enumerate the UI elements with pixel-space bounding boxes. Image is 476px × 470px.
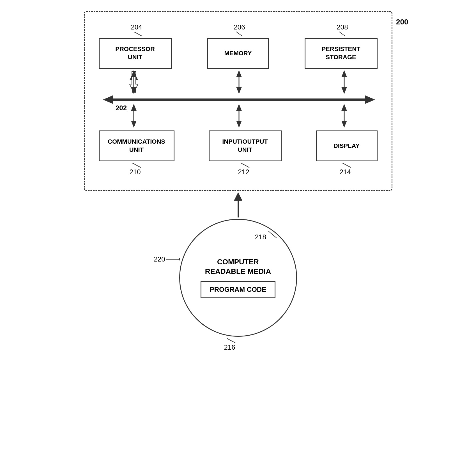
- connector-section: [227, 191, 249, 219]
- persistent-storage-label: PERSISTENT STORAGE: [321, 45, 360, 61]
- svg-line-25: [342, 163, 351, 168]
- top-row: 204 PROCESSOR UNIT 206 M: [99, 23, 378, 69]
- communications-unit-label: COMMUNICATIONS UNIT: [108, 138, 165, 154]
- leader-204: [131, 31, 148, 37]
- persistent-storage-box: PERSISTENT STORAGE: [305, 38, 378, 69]
- svg-marker-27: [234, 192, 242, 201]
- program-code-label: PROGRAM CODE: [210, 286, 266, 293]
- persistent-wrapper: 208 PERSISTENT STORAGE: [305, 23, 378, 69]
- display-dbl-arrow: [341, 104, 347, 128]
- label-216: 216: [224, 343, 235, 351]
- label-202-text: 202: [116, 104, 127, 112]
- leader-210: [130, 162, 146, 168]
- processor-unit-box: PROCESSOR UNIT: [99, 38, 172, 69]
- leader-216: [224, 338, 241, 343]
- label-216-container: 216: [224, 338, 297, 351]
- svg-line-31: [227, 338, 235, 343]
- computer-readable-media-label: COMPUTER READABLE MEDIA: [205, 257, 271, 276]
- diagram-container: 200 204 PROCESSOR UNIT 206: [22, 11, 454, 459]
- label-220-container: 220: [154, 255, 180, 263]
- label-200: 200: [396, 18, 408, 26]
- label-212: 212: [238, 168, 249, 176]
- program-code-box: PROGRAM CODE: [201, 281, 275, 298]
- connector-arrow-svg: [227, 191, 249, 219]
- io-unit-box: INPUT/OUTPUT UNIT: [209, 130, 282, 161]
- bus-arrow-left: [103, 95, 113, 104]
- comm-wrapper: COMMUNICATIONS UNIT 210: [99, 130, 174, 176]
- svg-marker-16: [131, 121, 137, 128]
- label-206: 206: [234, 23, 245, 31]
- svg-marker-10: [341, 70, 347, 77]
- label-204: 204: [131, 23, 142, 31]
- svg-line-0: [134, 32, 142, 36]
- svg-marker-11: [341, 87, 347, 94]
- svg-marker-29: [179, 258, 180, 261]
- io-unit-label: INPUT/OUTPUT UNIT: [222, 138, 268, 154]
- leader-218: [268, 231, 282, 239]
- circle-outer: 218 COMPUTER READABLE MEDIA PROGRAM CODE: [179, 219, 297, 337]
- leader-220: [166, 256, 180, 262]
- leader-212: [238, 162, 255, 168]
- label-218: 218: [255, 231, 282, 241]
- bottom-row: COMMUNICATIONS UNIT 210 INPUT/OUTPUT UNI…: [99, 130, 378, 176]
- processor-wrapper: 204 PROCESSOR UNIT: [99, 23, 172, 69]
- persistent-dbl-arrow: [341, 70, 347, 94]
- svg-marker-7: [236, 70, 242, 77]
- label-210: 210: [130, 168, 141, 176]
- comm-dbl-arrow: [131, 104, 137, 128]
- svg-line-24: [241, 163, 249, 168]
- label-208: 208: [337, 23, 348, 31]
- communications-unit-box: COMMUNICATIONS UNIT: [99, 130, 174, 161]
- bus-arrow-right: [365, 95, 375, 104]
- svg-marker-18: [236, 104, 242, 111]
- memory-wrapper: 206 MEMORY: [207, 23, 269, 69]
- svg-marker-19: [236, 121, 242, 128]
- processor-unit-label: PROCESSOR UNIT: [115, 45, 155, 61]
- svg-line-1: [236, 32, 242, 36]
- label-220: 220: [154, 255, 165, 263]
- label-214: 214: [340, 168, 351, 176]
- io-dbl-arrow: [236, 104, 242, 128]
- display-wrapper: DISPLAY 214: [316, 130, 378, 176]
- circle-section: 220 218 COMPUTER READABLE MEDIA PROGRAM …: [179, 219, 297, 351]
- leader-206: [234, 31, 248, 37]
- memory-label: MEMORY: [224, 49, 252, 58]
- svg-line-2: [339, 32, 345, 36]
- leader-208: [337, 31, 351, 37]
- svg-line-23: [132, 163, 141, 168]
- svg-marker-22: [341, 121, 347, 128]
- svg-line-30: [268, 231, 277, 238]
- memory-box: MEMORY: [207, 38, 269, 69]
- display-box: DISPLAY: [316, 130, 378, 161]
- leader-214: [340, 162, 357, 168]
- io-wrapper: INPUT/OUTPUT UNIT 212: [209, 130, 282, 176]
- display-label: DISPLAY: [334, 142, 360, 150]
- svg-marker-21: [341, 104, 347, 111]
- bus-svg: 202: [99, 69, 379, 139]
- memory-dbl-arrow: [236, 70, 242, 94]
- svg-marker-8: [236, 87, 242, 94]
- dashed-box: 200 204 PROCESSOR UNIT 206: [84, 11, 392, 191]
- svg-marker-15: [131, 104, 137, 111]
